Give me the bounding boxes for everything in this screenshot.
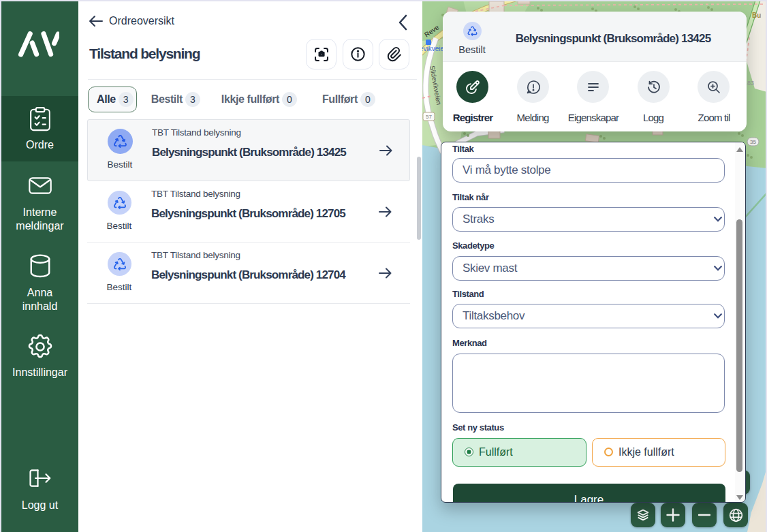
svg-text:Bu: Bu bbox=[752, 12, 761, 19]
svg-text:35: 35 bbox=[750, 139, 756, 145]
svg-text:57: 57 bbox=[426, 114, 432, 120]
